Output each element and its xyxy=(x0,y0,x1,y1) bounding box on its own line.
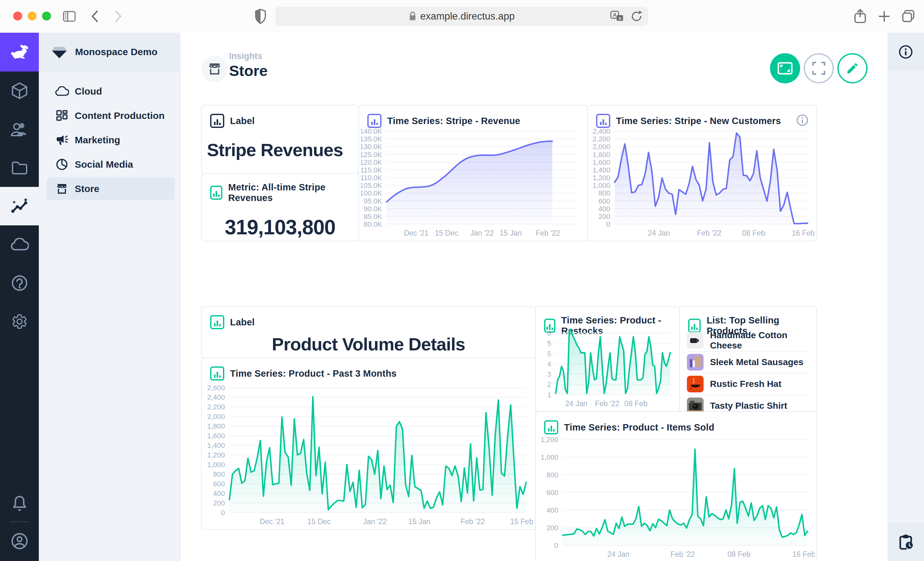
browser-toolbar: example.directus.app Aa xyxy=(0,0,924,33)
svg-text:90.0K: 90.0K xyxy=(364,205,382,213)
svg-text:1,000: 1,000 xyxy=(207,461,225,469)
gear-icon xyxy=(11,313,28,330)
sidebar-item-store[interactable]: Store xyxy=(39,177,180,201)
sidebar-toggle-icon[interactable] xyxy=(63,10,76,22)
address-bar[interactable]: example.directus.app Aa xyxy=(275,7,648,26)
account-button[interactable] xyxy=(0,522,39,560)
stripe-new-customers-chart: 2,4002,2002,0001,8001,6001,4001,2001,000… xyxy=(590,126,814,239)
translate-icon[interactable]: Aa xyxy=(610,10,624,23)
list-item[interactable]: Sleek Metal Sausages xyxy=(687,351,810,373)
panel-title: Time Series: Stripe - New Customers xyxy=(616,116,781,126)
privacy-shield-icon[interactable] xyxy=(254,8,267,24)
svg-text:400: 400 xyxy=(213,489,225,498)
sidebar-item-label: Store xyxy=(75,183,99,194)
activity-sparkle-icon xyxy=(10,197,30,215)
svg-text:800: 800 xyxy=(213,470,225,478)
panel-title: Metric: All-time Stripe Revenues xyxy=(228,182,350,203)
back-button[interactable] xyxy=(90,10,99,23)
svg-text:1,000: 1,000 xyxy=(541,453,558,461)
svg-text:Dec '21: Dec '21 xyxy=(260,518,285,526)
new-tab-icon[interactable] xyxy=(878,10,891,23)
svg-text:Jan '22: Jan '22 xyxy=(470,229,494,237)
svg-text:6: 6 xyxy=(548,329,551,337)
project-switcher[interactable]: Monospace Demo xyxy=(39,33,180,72)
svg-text:Feb '22: Feb '22 xyxy=(595,399,620,408)
svg-text:80.0K: 80.0K xyxy=(364,220,382,228)
breadcrumb[interactable]: Insights xyxy=(229,51,268,61)
sidebar-item-social-media[interactable]: Social Media xyxy=(39,152,180,177)
zoom-window-button[interactable] xyxy=(42,12,51,21)
directus-logo[interactable] xyxy=(0,33,39,72)
grid-icon xyxy=(55,110,69,122)
svg-text:2,400: 2,400 xyxy=(592,127,610,135)
svg-text:2,000: 2,000 xyxy=(207,413,225,420)
svg-text:200: 200 xyxy=(213,499,225,507)
pie-chart-icon xyxy=(55,159,69,171)
product-name: Handmade Cotton Cheese xyxy=(710,330,810,351)
presentation-icon xyxy=(777,62,793,75)
notifications-button[interactable] xyxy=(0,484,39,522)
module-bar xyxy=(0,33,39,561)
activity-log-button[interactable] xyxy=(887,523,924,561)
sidebar-item-cloud[interactable]: Cloud xyxy=(39,79,180,103)
panel-stripe-revenue: Time Series: Stripe - Revenue 140.0K135.… xyxy=(358,105,588,241)
metric-panel-icon xyxy=(210,186,222,200)
svg-text:1,200: 1,200 xyxy=(592,174,610,182)
label-panel-icon xyxy=(210,315,224,329)
module-users[interactable] xyxy=(0,110,39,148)
folder-icon xyxy=(11,160,28,175)
svg-text:Feb '22: Feb '22 xyxy=(697,229,721,237)
svg-text:08 Feb: 08 Feb xyxy=(624,399,648,408)
cloud-icon xyxy=(10,238,29,251)
module-settings[interactable] xyxy=(0,302,39,341)
svg-text:15 Jan: 15 Jan xyxy=(408,518,430,526)
minimize-window-button[interactable] xyxy=(28,12,37,21)
list-item[interactable]: Rustic Fresh Hat xyxy=(687,373,810,395)
info-icon xyxy=(898,45,913,59)
share-icon[interactable] xyxy=(854,9,867,24)
svg-text:1,600: 1,600 xyxy=(207,432,225,440)
module-files[interactable] xyxy=(0,148,39,187)
svg-text:24 Jan: 24 Jan xyxy=(565,399,588,408)
svg-text:140.0K: 140.0K xyxy=(361,127,382,135)
storefront-icon xyxy=(55,183,69,195)
fullscreen-button[interactable] xyxy=(804,53,834,83)
svg-text:5: 5 xyxy=(548,340,551,347)
info-sidebar-button[interactable] xyxy=(887,33,924,71)
module-insights[interactable] xyxy=(0,187,39,225)
question-icon xyxy=(11,275,28,292)
svg-text:3: 3 xyxy=(548,370,551,378)
user-circle-icon xyxy=(11,533,28,550)
sidebar-item-content-production[interactable]: Content Production xyxy=(39,103,180,128)
module-help[interactable] xyxy=(0,264,39,302)
svg-text:400: 400 xyxy=(598,205,610,213)
svg-text:110.0K: 110.0K xyxy=(361,174,382,182)
sidebar-item-marketing[interactable]: Marketing xyxy=(39,128,180,152)
module-cloud[interactable] xyxy=(0,225,39,264)
svg-text:115.0K: 115.0K xyxy=(361,166,382,174)
svg-text:1,200: 1,200 xyxy=(207,451,225,459)
presentation-view-button[interactable] xyxy=(770,53,800,83)
svg-text:0: 0 xyxy=(606,220,610,228)
svg-text:85.0K: 85.0K xyxy=(364,212,382,221)
forward-button[interactable] xyxy=(114,10,123,23)
reload-icon[interactable] xyxy=(630,10,643,23)
svg-text:135.0K: 135.0K xyxy=(361,135,382,143)
panel-product-past-3-months: Time Series: Product - Past 3 Months 2,6… xyxy=(201,358,536,530)
dashboard-avatar xyxy=(201,56,228,82)
product-thumbnail xyxy=(687,376,704,392)
people-icon xyxy=(10,121,29,137)
svg-text:600: 600 xyxy=(598,197,610,205)
close-window-button[interactable] xyxy=(13,12,22,21)
storefront-icon xyxy=(207,61,222,76)
tab-overview-icon[interactable] xyxy=(901,9,916,23)
module-content[interactable] xyxy=(0,72,39,110)
list-item[interactable]: Handmade Cotton Cheese xyxy=(687,330,810,351)
svg-text:100.0K: 100.0K xyxy=(361,189,382,197)
edit-dashboard-button[interactable] xyxy=(837,53,867,83)
svg-text:2,400: 2,400 xyxy=(207,393,225,401)
svg-text:A: A xyxy=(613,12,616,18)
svg-text:2,000: 2,000 xyxy=(592,143,610,151)
svg-text:a: a xyxy=(619,16,621,21)
panel-title: Label xyxy=(230,116,255,126)
